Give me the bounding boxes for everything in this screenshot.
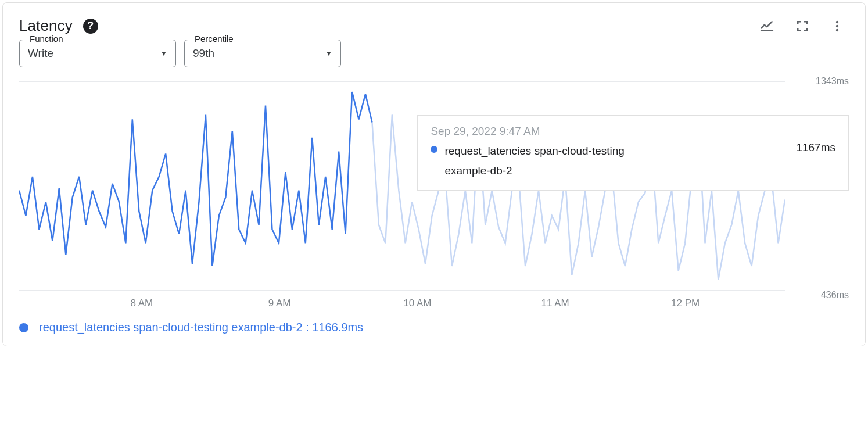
y-tick-max: 1343ms (816, 76, 849, 87)
x-tick: 11 AM (541, 298, 569, 309)
chart-tooltip: Sep 29, 2022 9:47 AM request_latencies s… (417, 115, 849, 191)
x-tick: 8 AM (131, 298, 153, 309)
y-tick-min: 436ms (821, 290, 849, 300)
tooltip-timestamp: Sep 29, 2022 9:47 AM (431, 125, 835, 138)
legend-toggle-icon[interactable] (759, 19, 774, 34)
help-icon[interactable]: ? (83, 19, 98, 34)
tooltip-row: request_latencies span-cloud-testing exa… (431, 141, 835, 181)
function-select-label: Function (26, 34, 67, 44)
title-group: Latency ? (19, 17, 98, 35)
card-header: Latency ? (19, 17, 849, 35)
percentile-select-wrap: Percentile 99th ▼ (184, 40, 341, 67)
function-select-value: Write (28, 47, 53, 60)
legend-row[interactable]: request_latencies span-cloud-testing exa… (19, 321, 849, 334)
legend-dot-icon (19, 323, 28, 332)
filter-row: Function Write ▼ Percentile 99th ▼ (19, 40, 849, 67)
tooltip-series-line1: request_latencies span-cloud-testing (444, 145, 624, 157)
legend-text: request_latencies span-cloud-testing exa… (39, 321, 363, 334)
percentile-select[interactable]: 99th ▼ (184, 40, 341, 67)
x-axis: 8 AM 9 AM 10 AM 11 AM 12 PM (19, 291, 785, 314)
svg-point-1 (836, 24, 838, 27)
latency-card: Latency ? Function (2, 2, 866, 346)
svg-point-2 (836, 28, 838, 31)
card-title: Latency (19, 17, 73, 35)
percentile-select-value: 99th (193, 47, 214, 60)
tooltip-series-line2: example-db-2 (444, 164, 512, 177)
function-select-wrap: Function Write ▼ (19, 40, 176, 67)
fullscreen-icon[interactable] (795, 19, 809, 33)
percentile-select-label: Percentile (191, 34, 237, 44)
x-tick: 9 AM (268, 298, 291, 309)
action-group (759, 19, 849, 34)
more-options-icon[interactable] (830, 19, 844, 33)
function-select[interactable]: Write ▼ (19, 40, 176, 67)
tooltip-value: 1167ms (796, 141, 835, 154)
tooltip-dot-icon (431, 146, 437, 153)
x-tick: 10 AM (403, 298, 431, 309)
x-tick: 12 PM (671, 298, 700, 309)
tooltip-series: request_latencies span-cloud-testing exa… (444, 141, 789, 181)
chevron-down-icon: ▼ (325, 49, 332, 58)
svg-point-0 (836, 20, 838, 23)
chart-area[interactable]: 1343ms 436ms 8 AM 9 AM 10 AM 11 AM 12 PM… (19, 81, 849, 314)
chevron-down-icon: ▼ (160, 49, 167, 58)
